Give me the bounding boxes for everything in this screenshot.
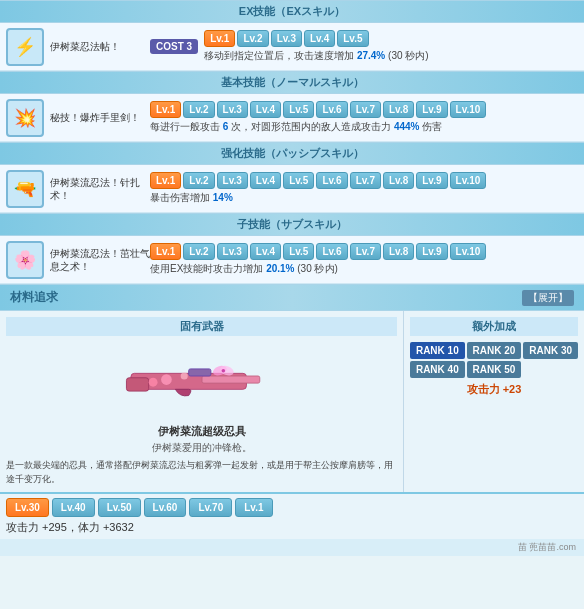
materials-section: 材料追求 【展开】 固有武器	[0, 284, 584, 492]
ex-level-2[interactable]: Lv.2	[237, 30, 268, 47]
passive-skill-section: 强化技能（パッシブスキル） 🔫 伊树菜流忍法！针扎术！ Lv.1 Lv.2 Lv…	[0, 142, 584, 213]
weapon-image	[6, 340, 397, 420]
passive-levels-row: Lv.1 Lv.2 Lv.3 Lv.4 Lv.5 Lv.6 Lv.7 Lv.8 …	[150, 172, 578, 189]
normal-level-4[interactable]: Lv.4	[250, 101, 281, 118]
passive-level-10[interactable]: Lv.10	[450, 172, 487, 189]
sub-level-5[interactable]: Lv.5	[283, 243, 314, 260]
normal-level-5[interactable]: Lv.5	[283, 101, 314, 118]
watermark-bar: 苗 蔸苗苗.com	[0, 539, 584, 556]
normal-skill-header: 基本技能（ノーマルスキル）	[0, 71, 584, 94]
normal-skill-section: 基本技能（ノーマルスキル） 💥 秘技！爆炸手里剑！ Lv.1 Lv.2 Lv.3…	[0, 71, 584, 142]
normal-level-3[interactable]: Lv.3	[217, 101, 248, 118]
passive-level-1[interactable]: Lv.1	[150, 172, 181, 189]
normal-skill-levels: Lv.1 Lv.2 Lv.3 Lv.4 Lv.5 Lv.6 Lv.7 Lv.8 …	[150, 101, 578, 134]
bottom-level-70[interactable]: Lv.70	[189, 498, 232, 517]
sub-skill-icon: 🌸	[6, 241, 44, 279]
normal-level-8[interactable]: Lv.8	[383, 101, 414, 118]
passive-level-5[interactable]: Lv.5	[283, 172, 314, 189]
normal-skill-row: 💥 秘技！爆炸手里剑！ Lv.1 Lv.2 Lv.3 Lv.4 Lv.5 Lv.…	[0, 94, 584, 142]
rank-bonus-text: 攻击力 +23	[410, 382, 578, 397]
passive-skill-header: 强化技能（パッシブスキル）	[0, 142, 584, 165]
normal-level-7[interactable]: Lv.7	[350, 101, 381, 118]
normal-skill-name: 秘技！爆炸手里剑！	[50, 111, 150, 124]
bonus-panel: 额外加成 RANK 10 RANK 20 RANK 30 RANK 40 RAN…	[404, 311, 584, 492]
rank-10[interactable]: RANK 10	[410, 342, 465, 359]
sub-level-9[interactable]: Lv.9	[416, 243, 447, 260]
rank-50[interactable]: RANK 50	[467, 361, 522, 378]
normal-level-6[interactable]: Lv.6	[316, 101, 347, 118]
ex-level-5[interactable]: Lv.5	[337, 30, 368, 47]
passive-skill-row: 🔫 伊树菜流忍法！针扎术！ Lv.1 Lv.2 Lv.3 Lv.4 Lv.5 L…	[0, 165, 584, 213]
passive-level-4[interactable]: Lv.4	[250, 172, 281, 189]
ex-level-3[interactable]: Lv.3	[271, 30, 302, 47]
passive-level-8[interactable]: Lv.8	[383, 172, 414, 189]
bottom-levels-section: Lv.30 Lv.40 Lv.50 Lv.60 Lv.70 Lv.1 攻击力 +…	[0, 492, 584, 539]
svg-point-4	[180, 372, 187, 379]
ex-skill-row: ⚡ 伊树菜忍法帖！ COST 3 Lv.1 Lv.2 Lv.3 Lv.4 Lv.…	[0, 23, 584, 71]
svg-point-9	[221, 369, 225, 373]
normal-hits-value: 6	[223, 121, 229, 132]
cost-badge: COST 3	[150, 39, 198, 54]
weapon-sub-name: 伊树菜爱用的冲锋枪。	[6, 441, 397, 455]
svg-rect-6	[188, 369, 210, 376]
normal-atk-value: 444%	[394, 121, 420, 132]
weapon-desc: 是一款最尖端的忍具，通常搭配伊树菜流忍法与粗雾弹一起发射，或是用于帮主公按摩肩膀…	[6, 459, 397, 486]
sub-level-7[interactable]: Lv.7	[350, 243, 381, 260]
bottom-level-40[interactable]: Lv.40	[52, 498, 95, 517]
ex-skill-name: 伊树菜忍法帖！	[50, 40, 150, 53]
bottom-level-1[interactable]: Lv.1	[235, 498, 272, 517]
bottom-level-30[interactable]: Lv.30	[6, 498, 49, 517]
sub-levels-row: Lv.1 Lv.2 Lv.3 Lv.4 Lv.5 Lv.6 Lv.7 Lv.8 …	[150, 243, 578, 260]
sub-level-3[interactable]: Lv.3	[217, 243, 248, 260]
bonus-panel-title: 额外加成	[410, 317, 578, 336]
materials-title: 材料追求	[10, 289, 58, 306]
ex-skill-icon: ⚡	[6, 28, 44, 66]
passive-skill-name: 伊树菜流忍法！针扎术！	[50, 176, 150, 202]
passive-crit-value: 14%	[213, 192, 233, 203]
normal-level-2[interactable]: Lv.2	[183, 101, 214, 118]
sub-level-8[interactable]: Lv.8	[383, 243, 414, 260]
sub-skill-header: 子技能（サブスキル）	[0, 213, 584, 236]
normal-levels-row: Lv.1 Lv.2 Lv.3 Lv.4 Lv.5 Lv.6 Lv.7 Lv.8 …	[150, 101, 578, 118]
weapon-svg	[122, 350, 282, 410]
normal-skill-icon: 💥	[6, 99, 44, 137]
sub-level-2[interactable]: Lv.2	[183, 243, 214, 260]
sub-skill-name: 伊树菜流忍法！茁壮气息之术！	[50, 247, 150, 273]
passive-level-6[interactable]: Lv.6	[316, 172, 347, 189]
rank-20[interactable]: RANK 20	[467, 342, 522, 359]
sub-level-1[interactable]: Lv.1	[150, 243, 181, 260]
ex-level-4[interactable]: Lv.4	[304, 30, 335, 47]
ex-duration-value: 30 秒	[391, 50, 415, 61]
svg-point-3	[161, 374, 172, 385]
passive-level-2[interactable]: Lv.2	[183, 172, 214, 189]
passive-level-9[interactable]: Lv.9	[416, 172, 447, 189]
sub-skill-desc: 使用EX技能时攻击力增加 20.1% (30 秒内)	[150, 262, 578, 276]
normal-skill-desc: 每进行一般攻击 6 次，对圆形范围内的敌人造成攻击力 444% 伤害	[150, 120, 578, 134]
sub-skill-levels: Lv.1 Lv.2 Lv.3 Lv.4 Lv.5 Lv.6 Lv.7 Lv.8 …	[150, 243, 578, 276]
sub-boost-value: 20.1%	[266, 263, 294, 274]
bottom-level-60[interactable]: Lv.60	[144, 498, 187, 517]
sub-level-4[interactable]: Lv.4	[250, 243, 281, 260]
expand-button[interactable]: 【展开】	[522, 290, 574, 306]
sub-skill-row: 🌸 伊树菜流忍法！茁壮气息之术！ Lv.1 Lv.2 Lv.3 Lv.4 Lv.…	[0, 236, 584, 284]
normal-level-1[interactable]: Lv.1	[150, 101, 181, 118]
materials-body: 固有武器	[0, 311, 584, 492]
rank-40[interactable]: RANK 40	[410, 361, 465, 378]
ex-level-1[interactable]: Lv.1	[204, 30, 235, 47]
rank-30[interactable]: RANK 30	[523, 342, 578, 359]
sub-skill-section: 子技能（サブスキル） 🌸 伊树菜流忍法！茁壮气息之术！ Lv.1 Lv.2 Lv…	[0, 213, 584, 284]
weapon-panel-title: 固有武器	[6, 317, 397, 336]
normal-level-9[interactable]: Lv.9	[416, 101, 447, 118]
normal-level-10[interactable]: Lv.10	[450, 101, 487, 118]
sub-level-6[interactable]: Lv.6	[316, 243, 347, 260]
passive-level-7[interactable]: Lv.7	[350, 172, 381, 189]
ex-skill-desc: 移动到指定位置后，攻击速度增加 27.4% (30 秒内)	[204, 49, 578, 63]
sub-level-10[interactable]: Lv.10	[450, 243, 487, 260]
bottom-level-50[interactable]: Lv.50	[98, 498, 141, 517]
passive-level-3[interactable]: Lv.3	[217, 172, 248, 189]
passive-skill-desc: 暴击伤害增加 14%	[150, 191, 578, 205]
ex-skill-section: EX技能（EXスキル） ⚡ 伊树菜忍法帖！ COST 3 Lv.1 Lv.2 L…	[0, 0, 584, 71]
svg-point-5	[148, 378, 157, 387]
bottom-levels-row: Lv.30 Lv.40 Lv.50 Lv.60 Lv.70 Lv.1	[6, 498, 578, 517]
weapon-panel: 固有武器	[0, 311, 404, 492]
